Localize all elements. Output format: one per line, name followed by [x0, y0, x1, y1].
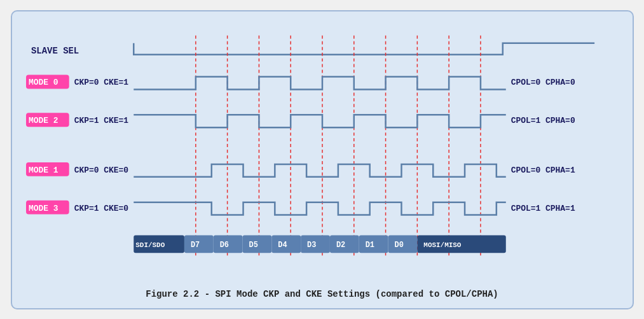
- svg-text:MODE 2: MODE 2: [28, 116, 58, 125]
- svg-text:CKP=0  CKE=1: CKP=0 CKE=1: [74, 78, 128, 87]
- svg-text:D5: D5: [249, 241, 257, 250]
- svg-text:D2: D2: [336, 241, 345, 250]
- svg-text:SLAVE SEL: SLAVE SEL: [31, 45, 78, 55]
- svg-text:CPOL=0  CPHA=1: CPOL=0 CPHA=1: [510, 165, 575, 174]
- svg-text:MODE 0: MODE 0: [28, 78, 58, 87]
- svg-text:D6: D6: [219, 241, 228, 250]
- diagram-area: SLAVE SEL MODE 0 CKP=0 CKE=1: [25, 23, 620, 283]
- main-container: SLAVE SEL MODE 0 CKP=0 CKE=1: [11, 10, 634, 309]
- svg-text:MOSI/MISO: MOSI/MISO: [423, 241, 462, 249]
- svg-text:CPOL=1  CPHA=0: CPOL=1 CPHA=0: [510, 116, 575, 125]
- svg-text:MODE 1: MODE 1: [28, 165, 58, 174]
- svg-text:CPOL=0  CPHA=0: CPOL=0 CPHA=0: [510, 78, 575, 87]
- svg-text:D0: D0: [394, 241, 403, 250]
- svg-text:D3: D3: [307, 241, 316, 250]
- svg-text:D1: D1: [365, 241, 374, 250]
- figure-caption: Figure 2.2 - SPI Mode CKP and CKE Settin…: [25, 289, 620, 299]
- svg-text:MODE 3: MODE 3: [28, 203, 58, 213]
- svg-text:CPOL=1  CPHA=1: CPOL=1 CPHA=1: [510, 203, 575, 213]
- svg-text:D4: D4: [278, 241, 287, 250]
- svg-text:CKP=0  CKE=0: CKP=0 CKE=0: [74, 165, 128, 174]
- svg-text:CKP=1  CKE=0: CKP=1 CKE=0: [74, 203, 128, 213]
- svg-text:SDI/SDO: SDI/SDO: [135, 241, 165, 249]
- svg-text:D7: D7: [190, 241, 199, 250]
- svg-text:CKP=1  CKE=1: CKP=1 CKE=1: [74, 116, 128, 125]
